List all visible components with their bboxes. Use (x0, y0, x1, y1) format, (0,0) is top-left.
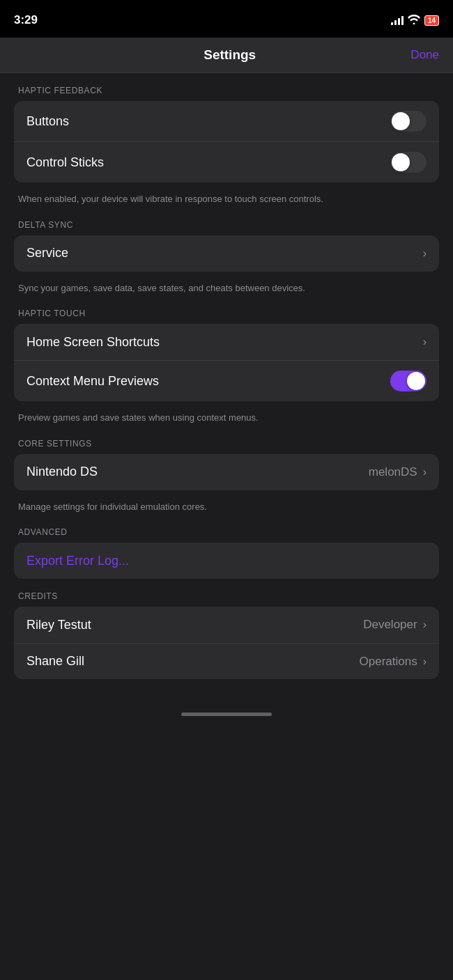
card-advanced: Export Error Log... (14, 543, 439, 579)
riley-testut-role: Developer (363, 618, 417, 632)
section-haptic-feedback: HAPTIC FEEDBACK Buttons Control Sticks W… (14, 86, 439, 217)
service-label: Service (26, 246, 68, 260)
card-credits: Riley Testut Developer › Shane Gill Oper… (14, 607, 439, 679)
status-time: 3:29 (14, 13, 38, 27)
row-home-screen-shortcuts[interactable]: Home Screen Shortcuts › (14, 324, 439, 360)
section-delta-sync: DELTA SYNC Service › Sync your games, sa… (14, 220, 439, 306)
context-menu-previews-toggle-knob (407, 372, 425, 390)
row-service[interactable]: Service › (14, 235, 439, 272)
buttons-toggle-knob (392, 112, 410, 130)
home-screen-shortcuts-chevron-icon: › (423, 336, 427, 348)
delta-sync-description: Sync your games, save data, save states,… (14, 277, 439, 306)
home-screen-shortcuts-label: Home Screen Shortcuts (26, 335, 160, 350)
section-label-haptic-touch: HAPTIC TOUCH (14, 309, 439, 318)
section-core-settings: CORE SETTINGS Nintendo DS melonDS › Mana… (14, 439, 439, 525)
row-nintendo-ds[interactable]: Nintendo DS melonDS › (14, 454, 439, 490)
section-advanced: ADVANCED Export Error Log... (14, 527, 439, 579)
riley-testut-label: Riley Testut (26, 618, 91, 632)
section-label-advanced: ADVANCED (14, 527, 439, 537)
wifi-icon (408, 15, 420, 26)
service-chevron-icon: › (423, 247, 427, 260)
row-shane-gill[interactable]: Shane Gill Operations › (14, 643, 439, 679)
section-label-delta-sync: DELTA SYNC (14, 220, 439, 230)
buttons-label: Buttons (26, 114, 69, 129)
settings-content: HAPTIC FEEDBACK Buttons Control Sticks W… (0, 73, 453, 706)
core-settings-description: Manage settings for individual emulation… (14, 496, 439, 525)
section-credits: CREDITS Riley Testut Developer › Shane G… (14, 591, 439, 679)
section-haptic-touch: HAPTIC TOUCH Home Screen Shortcuts › Con… (14, 309, 439, 436)
row-context-menu-previews: Context Menu Previews (14, 360, 439, 401)
home-indicator (0, 706, 453, 720)
card-haptic-feedback: Buttons Control Sticks (14, 101, 439, 182)
card-haptic-touch: Home Screen Shortcuts › Context Menu Pre… (14, 324, 439, 401)
row-buttons: Buttons (14, 101, 439, 141)
control-sticks-label: Control Sticks (26, 155, 104, 170)
context-menu-previews-label: Context Menu Previews (26, 374, 159, 389)
battery-badge: 14 (424, 15, 439, 26)
card-core-settings: Nintendo DS melonDS › (14, 454, 439, 490)
control-sticks-toggle-knob (392, 153, 410, 171)
signal-bars-icon (391, 15, 404, 25)
control-sticks-toggle[interactable] (390, 152, 427, 173)
row-riley-testut[interactable]: Riley Testut Developer › (14, 607, 439, 643)
nintendo-ds-label: Nintendo DS (26, 465, 98, 479)
section-label-haptic-feedback: HAPTIC FEEDBACK (14, 86, 439, 95)
card-delta-sync: Service › (14, 235, 439, 272)
section-label-credits: CREDITS (14, 591, 439, 601)
nav-bar: Settings Done (0, 38, 453, 73)
nintendo-ds-value: melonDS (369, 465, 417, 479)
row-export-error-log[interactable]: Export Error Log... (14, 543, 439, 579)
export-error-log-label: Export Error Log... (26, 554, 129, 568)
shane-gill-chevron-icon: › (423, 655, 427, 668)
haptic-touch-description: Preview games and save states when using… (14, 407, 439, 436)
status-icons: 14 (391, 15, 439, 26)
shane-gill-label: Shane Gill (26, 654, 84, 669)
home-bar (181, 713, 272, 716)
shane-gill-role: Operations (360, 655, 417, 669)
status-bar: 3:29 14 (0, 0, 453, 38)
row-control-sticks: Control Sticks (14, 141, 439, 182)
done-button[interactable]: Done (410, 48, 439, 62)
context-menu-previews-toggle[interactable] (390, 371, 427, 391)
nav-title: Settings (49, 47, 410, 63)
buttons-toggle[interactable] (390, 111, 427, 132)
riley-testut-chevron-icon: › (423, 619, 427, 631)
section-label-core-settings: CORE SETTINGS (14, 439, 439, 449)
haptic-feedback-description: When enabled, your device will vibrate i… (14, 188, 439, 217)
nintendo-ds-chevron-icon: › (423, 466, 427, 479)
